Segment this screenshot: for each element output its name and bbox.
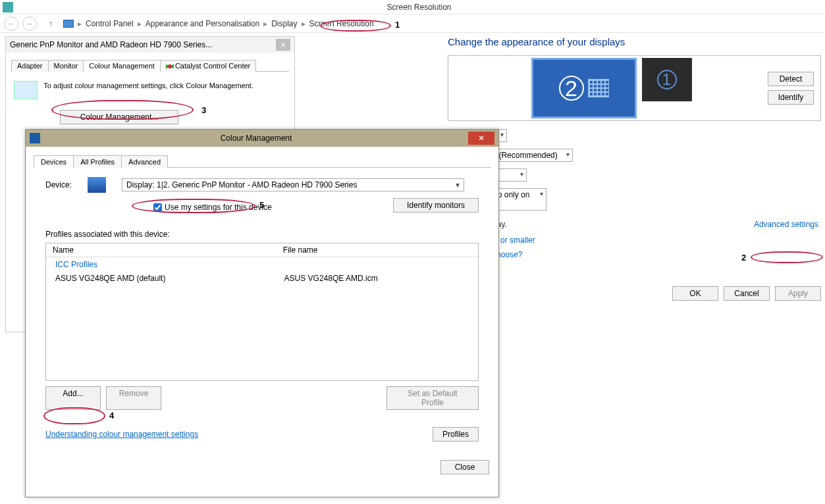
cm-title-text: Colour Management [44, 134, 468, 143]
sr-title: Screen Resolution [13, 3, 825, 12]
tab-monitor[interactable]: Monitor [48, 60, 84, 72]
chevron-right-icon: ▸ [138, 19, 142, 28]
forward-button[interactable]: → [22, 16, 37, 31]
catalyst-icon [166, 63, 174, 70]
tab-all-profiles[interactable]: All Profiles [73, 155, 122, 168]
profiles-group: ICC Profiles [46, 257, 478, 272]
profiles-label: Profiles associated with this device: [45, 230, 479, 239]
tab-catalyst-label: Catalyst Control Center [175, 62, 250, 70]
colour-management-button[interactable]: Colour Management... [60, 110, 178, 124]
remove-button[interactable]: Remove [106, 386, 161, 410]
sr-heading: Change the appearance of your displays [448, 36, 821, 47]
prop-help-text: To adjust colour management settings, cl… [43, 82, 254, 89]
monitor-icon [14, 81, 38, 99]
set-default-button[interactable]: Set as Default Profile [386, 386, 479, 410]
cm-titlebar[interactable]: Colour Management ✕ [26, 130, 498, 147]
profile-name: ASUS VG248QE AMD (default) [55, 274, 284, 283]
prop-title-text: Generic PnP Monitor and AMD Radeon HD 79… [10, 40, 212, 49]
breadcrumb: ▸ Control Panel ▸ Appearance and Persona… [63, 19, 374, 28]
tab-colour-management[interactable]: Colour Management [83, 60, 161, 72]
close-button[interactable]: Close [440, 460, 489, 474]
profiles-header: Name File name [46, 243, 478, 257]
cm-icon [30, 133, 40, 143]
identify-button[interactable]: Identify [768, 90, 814, 105]
up-arrow-icon[interactable]: ↑ [49, 19, 53, 28]
device-select[interactable]: Display: 1|2. Generic PnP Monitor - AMD … [122, 178, 464, 191]
monitor-1-number: 1 [657, 70, 677, 89]
sr-bottom-buttons: OK Cancel Apply [672, 286, 821, 301]
grid-icon [588, 79, 609, 97]
sr-body: Change the appearance of your displays 2… [448, 36, 821, 259]
breadcrumb-screen-resolution[interactable]: Screen Resolution [309, 19, 374, 28]
chevron-right-icon: ▸ [302, 19, 306, 28]
colour-management-dialog: Colour Management ✕ Devices All Profiles… [25, 129, 499, 497]
use-my-settings-label: Use my settings for this device [165, 203, 272, 212]
chevron-right-icon: ▸ [78, 19, 82, 28]
cancel-button[interactable]: Cancel [724, 286, 770, 301]
chevron-right-icon: ▸ [263, 19, 267, 28]
profile-filename: ASUS VG248QE AMD.icm [284, 274, 471, 283]
add-button[interactable]: Add... [45, 386, 101, 410]
understanding-link[interactable]: Understanding colour management settings [45, 430, 198, 439]
use-my-settings-checkbox[interactable] [153, 203, 162, 212]
device-label: Device: [45, 180, 72, 189]
advanced-settings-link[interactable]: Advanced settings [754, 220, 818, 229]
pc-icon[interactable] [63, 20, 74, 28]
tab-adapter[interactable]: Adapter [11, 60, 49, 72]
tab-devices[interactable]: Devices [34, 155, 74, 168]
profile-row[interactable]: ASUS VG248QE AMD (default) ASUS VG248QE … [46, 272, 478, 285]
sr-toolbar: ← → ↑ ▸ Control Panel ▸ Appearance and P… [0, 14, 825, 33]
breadcrumb-display[interactable]: Display [271, 19, 297, 28]
monitor-icon [88, 177, 106, 193]
identify-monitors-button[interactable]: Identify monitors [393, 198, 479, 213]
ok-button[interactable]: OK [672, 286, 718, 301]
tab-advanced[interactable]: Advanced [121, 155, 168, 168]
settings-choose-link[interactable]: ngs should I choose? [448, 250, 821, 259]
tab-catalyst[interactable]: Catalyst Control Center [160, 60, 256, 72]
app-icon [3, 2, 13, 13]
detect-button[interactable]: Detect [768, 72, 814, 86]
breadcrumb-appearance[interactable]: Appearance and Personalisation [146, 19, 259, 28]
breadcrumb-control-panel[interactable]: Control Panel [86, 19, 134, 28]
back-button[interactable]: ← [4, 16, 18, 31]
close-icon[interactable]: ✕ [468, 132, 494, 145]
monitor-2-number: 2 [559, 76, 584, 101]
prop-titlebar: Generic PnP Monitor and AMD Radeon HD 79… [6, 37, 294, 53]
sr-titlebar: Screen Resolution [0, 0, 825, 14]
col-name[interactable]: Name [53, 245, 283, 255]
monitor-2[interactable]: 2 [531, 58, 637, 118]
monitor-1[interactable]: 1 [642, 58, 692, 101]
items-larger-link[interactable]: er items larger or smaller [448, 236, 821, 245]
display-preview: 2 1 Detect Identify [448, 55, 821, 121]
col-filename[interactable]: File name [283, 245, 471, 255]
profiles-button[interactable]: Profiles [433, 427, 479, 441]
apply-button[interactable]: Apply [775, 286, 821, 301]
profiles-list[interactable]: Name File name ICC Profiles ASUS VG248QE… [45, 243, 479, 381]
close-icon[interactable]: ✕ [276, 39, 290, 51]
